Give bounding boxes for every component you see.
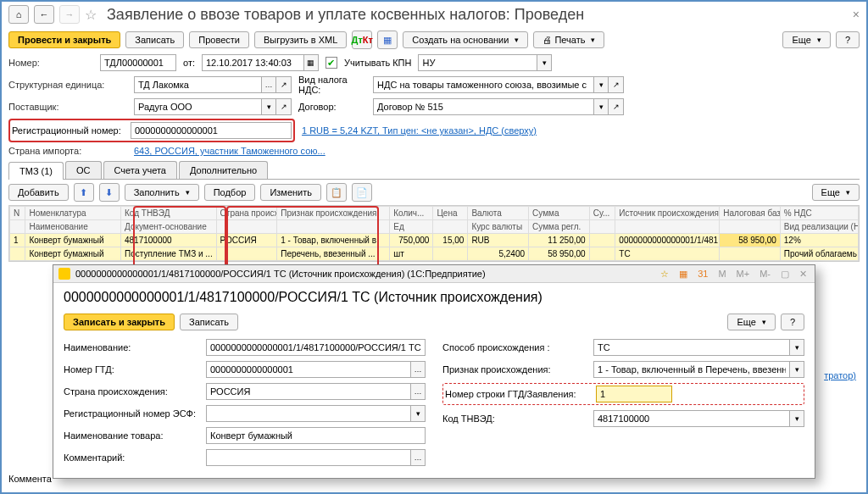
move-up-icon[interactable]: ⬆	[74, 183, 94, 202]
date-label: от:	[183, 58, 195, 68]
unit-more[interactable]: …	[261, 76, 276, 93]
sub-more-button[interactable]: Еще	[812, 184, 860, 201]
back-button[interactable]: ←	[34, 5, 54, 24]
modal-gtd-input[interactable]	[206, 361, 410, 378]
table-row[interactable]: 1Конверт бумажный4817100000РОССИЯ1 - Тов…	[10, 234, 859, 247]
mplus-btn[interactable]: M+	[734, 269, 753, 279]
kpn-label: Учитывать КПН	[344, 58, 412, 68]
modal-cal-icon[interactable]: 31	[695, 269, 710, 279]
modal-name-input[interactable]	[206, 339, 426, 356]
create-based-button[interactable]: Создать на основании	[403, 31, 528, 48]
copy-icon[interactable]: 📋	[326, 183, 347, 202]
move-down-icon[interactable]: ⬇	[99, 183, 120, 202]
modal-country-input[interactable]	[206, 383, 410, 400]
regnum-label: Регистрационный номер:	[12, 125, 124, 136]
table-row[interactable]: Конверт бумажныйПоступление ТМЗ и ...Пер…	[10, 247, 859, 261]
mminus-btn[interactable]: M-	[757, 269, 773, 279]
country-link[interactable]: 643, РОССИЯ, участник Таможенного сою...	[134, 146, 326, 156]
supplier-label: Поставщик:	[8, 102, 127, 112]
tab-more[interactable]: Дополнительно	[179, 161, 268, 179]
save-button[interactable]: Записать	[125, 31, 184, 48]
modal-save-close-button[interactable]: Записать и закрыть	[64, 314, 175, 330]
export-xml-button[interactable]: Выгрузить в XML	[254, 31, 347, 48]
calendar-icon[interactable]: ▦	[303, 54, 319, 71]
contract-drop[interactable]: ▾	[593, 98, 609, 115]
favorite-icon[interactable]: ☆	[85, 7, 97, 23]
goods-table: NНоменклатураКод ТНВЭДСтрана происхожд..…	[8, 205, 860, 262]
modal-goods-input[interactable]	[206, 427, 426, 444]
pick-button[interactable]: Подбор	[204, 184, 256, 201]
modal-method-input[interactable]	[593, 339, 789, 356]
modal-gtd-line-input[interactable]	[596, 386, 672, 402]
vat-open[interactable]: ↗	[609, 76, 624, 93]
number-input[interactable]	[100, 54, 176, 71]
modal-fav-icon[interactable]: ☆	[658, 269, 671, 280]
modal-calc-icon[interactable]: ▦	[676, 269, 690, 280]
add-row-button[interactable]: Добавить	[8, 184, 69, 201]
supplier-drop[interactable]: ▾	[261, 98, 276, 115]
modal-more-button[interactable]: Еще	[727, 314, 775, 330]
tab-tmz[interactable]: ТМЗ (1)	[8, 162, 64, 180]
kpn-checkbox[interactable]: ✔	[326, 57, 337, 69]
print-button[interactable]: 🖨 Печать	[533, 31, 604, 48]
unit-label: Структурная единица:	[8, 80, 127, 90]
regnum-input[interactable]	[131, 122, 292, 139]
regnum-highlight: Регистрационный номер:	[8, 119, 295, 142]
close-button[interactable]: ×	[853, 8, 860, 21]
modal-title: 0000000000000001/1/4817100000/РОССИЯ/1 Т…	[64, 290, 804, 305]
icon-dtkt[interactable]: ДтКт	[352, 31, 372, 49]
unit-input[interactable]	[134, 76, 261, 93]
contract-label: Договор:	[298, 102, 366, 112]
modal-close-icon[interactable]: ✕	[797, 269, 810, 280]
vat-drop[interactable]: ▾	[593, 76, 609, 93]
supplier-input[interactable]	[134, 98, 261, 115]
contract-input[interactable]	[373, 98, 593, 115]
admin-link[interactable]: тратор)	[824, 370, 856, 380]
supplier-open[interactable]: ↗	[276, 98, 292, 115]
modal-max-icon[interactable]: ▢	[778, 269, 792, 280]
kpn-drop[interactable]: ▾	[537, 54, 552, 71]
kpn-input[interactable]	[418, 54, 537, 71]
vat-input[interactable]	[373, 76, 593, 93]
comment-label: Коммента	[8, 474, 52, 484]
modal-sign-input[interactable]	[593, 361, 789, 378]
modal-save-button[interactable]: Записать	[180, 314, 238, 330]
modal-window-title: 0000000000000001/1/4817100000/РОССИЯ/1 Т…	[75, 269, 653, 279]
unit-open[interactable]: ↗	[276, 76, 292, 93]
app-1c-icon	[58, 268, 70, 280]
icon-struct[interactable]: ▦	[377, 31, 398, 49]
modal-help-button[interactable]: ?	[781, 314, 804, 330]
post-and-close-button[interactable]: Провести и закрыть	[8, 31, 120, 48]
fill-button[interactable]: Заполнить	[125, 184, 199, 201]
page-title: Заявление о ввозе товаров и уплате косве…	[107, 6, 584, 24]
modal-esf-input[interactable]	[206, 405, 410, 422]
vat-label: Вид налога НДС:	[298, 75, 366, 95]
date-input[interactable]	[202, 54, 303, 71]
gtd-line-highlight: Номер строки ГТД/Заявления:	[442, 383, 804, 405]
modal-comment-input[interactable]	[206, 449, 410, 466]
modal-tnved-input[interactable]	[593, 410, 789, 427]
more-button[interactable]: Еще	[782, 31, 830, 48]
origin-source-dialog: 0000000000000001/1/4817100000/РОССИЯ/1 Т…	[53, 264, 815, 479]
contract-open[interactable]: ↗	[609, 98, 624, 115]
help-button[interactable]: ?	[836, 31, 860, 48]
post-button[interactable]: Провести	[189, 31, 249, 48]
country-label: Страна импорта:	[8, 146, 127, 156]
edit-button[interactable]: Изменить	[260, 184, 321, 201]
tab-os[interactable]: ОС	[65, 161, 102, 179]
paste-icon[interactable]: 📄	[352, 183, 372, 202]
home-button[interactable]: ⌂	[8, 5, 29, 24]
tab-accounts[interactable]: Счета учета	[103, 161, 177, 179]
rate-link[interactable]: 1 RUB = 5,24 KZT, Тип цен: <не указан>, …	[302, 125, 537, 136]
forward-button[interactable]: →	[59, 5, 80, 24]
number-label: Номер:	[8, 58, 93, 68]
m-btn[interactable]: M	[715, 269, 728, 279]
